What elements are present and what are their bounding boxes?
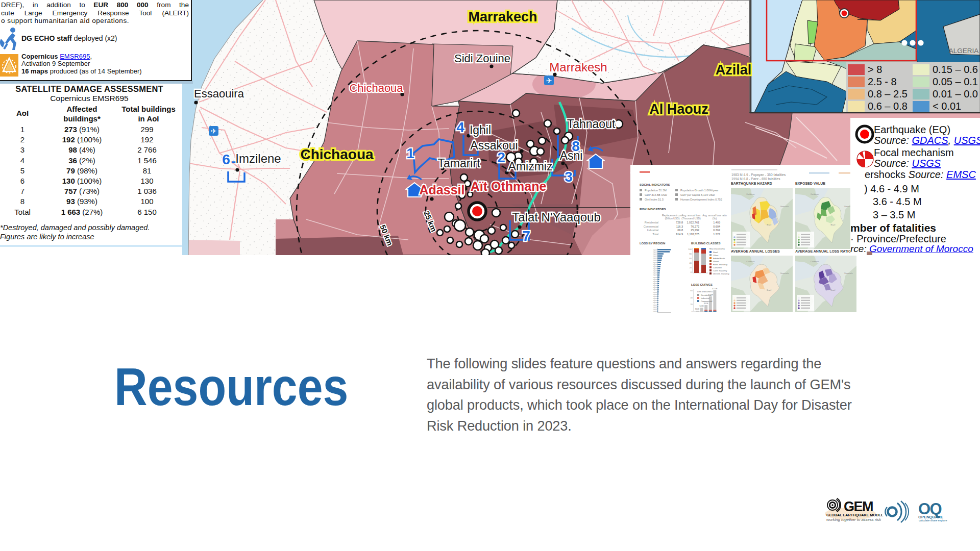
svg-text:0.8 – 2.5: 0.8 – 2.5: [868, 88, 908, 99]
svg-text:Line of business: Line of business: [697, 290, 713, 293]
svg-text:Macrotaxonomy: Macrotaxonomy: [709, 247, 725, 250]
svg-text:✈: ✈: [546, 77, 552, 85]
svg-text:(‰): (‰): [713, 217, 717, 220]
svg-text:0.05 – 0.1: 0.05 – 0.1: [933, 76, 978, 87]
svg-text:Brazil: Brazil: [767, 289, 771, 291]
svg-text:Brazil: Brazil: [831, 224, 836, 226]
svg-text:0.6 – 0.8: 0.6 – 0.8: [868, 101, 908, 112]
svg-text:GLOBAL EARTHQUAKE MODEL: GLOBAL EARTHQUAKE MODEL: [826, 513, 884, 517]
svg-text:Azilal: Azilal: [716, 62, 752, 78]
svg-text:60: 60: [691, 289, 693, 292]
svg-text:Conf. masonry: Conf. masonry: [713, 269, 727, 272]
svg-text:1.222: 1.222: [713, 233, 720, 236]
svg-text:Aït Othmane: Aït Othmane: [471, 179, 547, 193]
svg-text:AVERAGE ANNUAL LOSS RATIOS: AVERAGE ANNUAL LOSS RATIOS: [795, 249, 853, 253]
svg-text:Human Development Index 0.752: Human Development Index 0.752: [680, 198, 722, 201]
svg-text:Talat N'Yaaqoub: Talat N'Yaaqoub: [512, 210, 601, 224]
svg-text:728.8: 728.8: [676, 221, 683, 224]
svg-text:RISK INDICATORS: RISK INDICATORS: [640, 208, 666, 211]
svg-text:914.9: 914.9: [676, 233, 683, 236]
svg-text:40: 40: [690, 262, 692, 264]
svg-text:116.3: 116.3: [676, 225, 683, 228]
svg-text:2.5 - 8: 2.5 - 8: [868, 76, 897, 87]
svg-text:region: region: [653, 310, 657, 312]
svg-text:AVERAGE ANNUAL LOSSES: AVERAGE ANNUAL LOSSES: [731, 249, 780, 253]
svg-text:EARTHQUAKE HAZARD: EARTHQUAKE HAZARD: [731, 182, 772, 186]
svg-text:20: 20: [691, 303, 693, 306]
svg-text:Residential: Residential: [701, 294, 712, 296]
svg-text:Concrete: Concrete: [713, 266, 722, 269]
svg-text:Marrakesh: Marrakesh: [549, 60, 607, 74]
svg-text:Wood: Wood: [713, 260, 719, 263]
svg-text:Caribbean: Caribbean: [811, 193, 819, 195]
svg-text:Steel: Steel: [713, 251, 718, 254]
svg-text:$210B: $210B: [712, 288, 718, 290]
svg-text:Imzilene: Imzilene: [235, 152, 281, 165]
svg-text:Caribbean: Caribbean: [746, 193, 754, 195]
svg-text:BUILDING CLASSES: BUILDING CLASSES: [691, 242, 721, 245]
svg-text:69.8: 69.8: [677, 229, 683, 232]
svg-text:Al Haouz: Al Haouz: [649, 102, 708, 117]
svg-text:Sidi Zouine: Sidi Zouine: [454, 52, 510, 65]
svg-text:80: 80: [690, 253, 692, 255]
svg-text:SOCIAL INDICATORS: SOCIAL INDICATORS: [640, 183, 670, 186]
svg-text:(Thousand USD): (Thousand USD): [681, 217, 701, 220]
svg-text:Ighil: Ighil: [470, 123, 491, 137]
svg-text:Commercial: Commercial: [644, 225, 658, 228]
svg-text:1.403: 1.403: [713, 221, 720, 224]
svg-text:> 8: > 8: [868, 64, 882, 75]
svg-text:3: 3: [565, 169, 573, 185]
svg-text:(Billion USD): (Billion USD): [665, 217, 680, 220]
svg-text:0.01 – 0.0: 0.01 – 0.0: [933, 88, 978, 99]
svg-text:Adobe/Earth: Adobe/Earth: [713, 257, 725, 260]
svg-text:GDP per Capita 6,104 USD: GDP per Capita 6,104 USD: [680, 193, 715, 196]
svg-text:1,022,761: 1,022,761: [687, 221, 699, 224]
svg-text:LOSS CURVES: LOSS CURVES: [691, 283, 713, 286]
svg-text:EXPOSED VALUE: EXPOSED VALUE: [795, 182, 825, 185]
svg-text:Brazil: Brazil: [831, 289, 836, 291]
svg-text:Caribbean: Caribbean: [746, 261, 754, 263]
svg-text:Amizmiz: Amizmiz: [508, 160, 553, 173]
svg-text:7: 7: [522, 228, 530, 244]
svg-text:$10B: $10B: [695, 308, 700, 310]
svg-text:Reinf. masonry: Reinf. masonry: [713, 263, 728, 266]
svg-text:Venezuela: Venezuela: [780, 272, 789, 274]
svg-text:✈: ✈: [211, 127, 217, 135]
svg-text:GDP 314.5B USD: GDP 314.5B USD: [645, 193, 667, 196]
svg-text:Chichaoua: Chichaoua: [300, 146, 374, 162]
svg-text:40: 40: [691, 296, 693, 299]
svg-text:Other: Other: [713, 254, 719, 257]
svg-text:Assakoui: Assakoui: [470, 139, 518, 152]
svg-text:$65B: $65B: [704, 303, 708, 305]
svg-text:1,118,325: 1,118,325: [687, 233, 699, 236]
svg-text:100: 100: [688, 248, 692, 251]
svg-text:Essaouira: Essaouira: [194, 87, 244, 100]
svg-text:0.604: 0.604: [713, 225, 720, 228]
svg-text:Industrial: Industrial: [701, 297, 709, 299]
svg-text:Unreinf. masonry: Unreinf. masonry: [713, 272, 730, 275]
svg-text:working together to assess ris: working together to assess risk: [826, 517, 881, 522]
svg-text:ALGERIA: ALGERIA: [949, 47, 979, 55]
svg-text:Chichaoua: Chichaoua: [349, 82, 403, 94]
svg-text:$40B: $40B: [700, 305, 704, 307]
svg-text:4: 4: [456, 119, 464, 135]
svg-text:1994 M 6.8 - Paez - 650 fatali: 1994 M 6.8 - Paez - 650 fatalities: [731, 177, 780, 181]
svg-text:Residential: Residential: [645, 221, 658, 224]
svg-text:60: 60: [690, 257, 692, 260]
svg-text:1983 M 4.9 - Popayan - 350 fat: 1983 M 4.9 - Popayan - 350 fatalities: [731, 173, 786, 177]
svg-text:0.362: 0.362: [713, 229, 720, 232]
svg-text:Total: Total: [652, 233, 658, 236]
svg-text:Commercial: Commercial: [701, 300, 712, 303]
svg-text:Brazil: Brazil: [767, 224, 771, 226]
svg-text:Gini Index 51.5: Gini Index 51.5: [645, 198, 664, 201]
svg-text:Industrial: Industrial: [647, 229, 658, 232]
svg-text:25,292: 25,292: [691, 229, 699, 232]
svg-text:Population 51.3M: Population 51.3M: [645, 189, 667, 192]
svg-text:20: 20: [690, 266, 692, 269]
svg-text:< 0.01: < 0.01: [933, 101, 961, 112]
svg-text:LOSS BY REGION: LOSS BY REGION: [640, 242, 665, 245]
svg-text:Adassil: Adassil: [420, 183, 465, 197]
svg-text:calculate share explore: calculate share explore: [919, 519, 947, 522]
svg-text:GEM: GEM: [844, 499, 873, 514]
svg-text:Marrakech: Marrakech: [468, 9, 537, 24]
